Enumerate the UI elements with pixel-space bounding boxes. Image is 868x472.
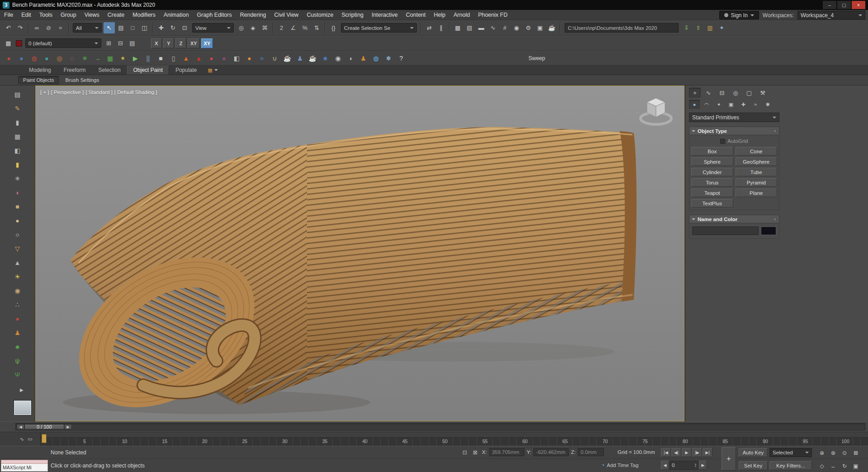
geosphere-button[interactable]: GeoSphere	[736, 157, 778, 166]
toggle-scene-explorer-icon[interactable]: ▩	[452, 22, 463, 33]
scene-explorer-toggle-icon[interactable]: ▩	[3, 38, 14, 49]
lights-category[interactable]: ✦	[713, 100, 724, 109]
zoom-icon[interactable]: ⊕	[816, 448, 827, 458]
maximize-button[interactable]: ▢	[837, 1, 851, 9]
cone-icon[interactable]: ▲	[12, 255, 24, 269]
menu-create[interactable]: Create	[104, 10, 129, 20]
teapot-button[interactable]: Teapot	[691, 189, 733, 197]
add-time-tag-button[interactable]: ◔ Add Time Tag	[601, 462, 638, 468]
scene-security-icon[interactable]: ✦	[716, 22, 727, 33]
create-new-layer-icon[interactable]: ⊞	[103, 38, 114, 49]
snowflake-icon[interactable]: ❄	[382, 52, 395, 64]
liquid-red-icon[interactable]: ●	[205, 52, 217, 64]
grid-icon[interactable]: ▦	[12, 129, 24, 143]
viewport-style-menu[interactable]: [ Standard ]	[85, 90, 112, 95]
character-orange-icon[interactable]: ♟	[357, 52, 369, 64]
select-and-manipulate-icon[interactable]: ◈	[247, 22, 259, 33]
arrow-green-icon[interactable]: →	[91, 52, 104, 64]
sweep-button[interactable]: Sweep	[525, 55, 549, 61]
sphere-red-icon[interactable]: ●	[3, 52, 15, 64]
active-swatch-button[interactable]	[14, 400, 32, 415]
menu-modifiers[interactable]: Modifiers	[128, 10, 160, 20]
toggle-layer-explorer-icon[interactable]: ▤	[464, 22, 475, 33]
select-and-move-icon[interactable]: ✚	[156, 22, 167, 33]
expand-panel-arrow[interactable]: ▶	[20, 387, 24, 392]
speaker-icon[interactable]: ◖	[344, 52, 357, 64]
track-bar[interactable]: ∿▭ 5101520253035404550556065707580859095…	[0, 432, 868, 446]
cup-icon[interactable]: ∪	[269, 52, 281, 64]
box-blue-icon[interactable]: ■	[319, 52, 331, 64]
sun-icon[interactable]: ☀	[12, 269, 24, 283]
sphere-icon[interactable]: ●	[12, 213, 24, 227]
snaps-toggle-icon[interactable]: 2	[276, 22, 287, 33]
orbit-icon[interactable]: ↻	[839, 461, 850, 471]
motion-tab[interactable]: ◎	[730, 88, 741, 98]
systems-category[interactable]: ✱	[762, 100, 773, 109]
space-warps-category[interactable]: ≈	[750, 100, 761, 109]
previous-key-button[interactable]: ◀|	[671, 448, 681, 457]
next-frame-arrow[interactable]: ▶	[64, 424, 72, 430]
keyboard-shortcut-override-icon[interactable]: ⌘	[259, 22, 270, 33]
flame-red-icon[interactable]: ▲	[193, 52, 205, 64]
scene-doc-icon[interactable]: ▤	[12, 87, 24, 101]
menu-tools[interactable]: Tools	[35, 10, 57, 20]
close-button[interactable]: ×	[852, 1, 865, 9]
redo-icon[interactable]: ↷	[14, 22, 26, 33]
spinner-down-icon[interactable]: ▾	[695, 465, 696, 467]
character-blue-icon[interactable]: ♟	[294, 52, 306, 64]
tab-freeform[interactable]: Freeform	[57, 66, 92, 75]
listener-line[interactable]: MAXScript Mi	[1, 464, 48, 472]
circle-icon[interactable]: ○	[12, 227, 24, 241]
render-setup-icon[interactable]: ⚙	[523, 22, 534, 33]
viewport-general-menu[interactable]: [ + ]	[40, 90, 49, 95]
align-icon[interactable]: ∥	[435, 22, 447, 33]
y-coordinate-field[interactable]: -620.462mm	[533, 448, 569, 456]
angle-snap-toggle-icon[interactable]: ∠	[288, 22, 299, 33]
autogrid-checkbox[interactable]	[720, 139, 725, 144]
edit-named-selection-sets-icon[interactable]: {}	[328, 22, 339, 33]
select-by-name-icon[interactable]: ▤	[115, 22, 127, 33]
utilities-tab[interactable]: ⚒	[757, 88, 769, 98]
next-frame-button[interactable]: ▶	[699, 461, 707, 470]
mini-curve-editor-icon[interactable]: ∿	[20, 436, 24, 442]
leaf-icon[interactable]: ♣	[12, 340, 24, 354]
plant-icon[interactable]: Ψ	[12, 368, 24, 382]
bind-to-space-warp-icon[interactable]: ≈	[55, 22, 66, 33]
minimize-button[interactable]: –	[823, 1, 836, 9]
teapot-dark-icon[interactable]: ☕	[307, 52, 319, 64]
tab-object-paint[interactable]: Object Paint	[127, 66, 169, 75]
restrict-plane-flyout-button[interactable]: XY	[201, 38, 213, 48]
set-key-button[interactable]: Set Key	[739, 461, 768, 470]
cone-button[interactable]: Cone	[736, 147, 778, 156]
auto-key-button[interactable]: Auto Key	[739, 448, 768, 457]
clapper-icon[interactable]: ◧	[231, 52, 243, 64]
maxscript-mini-listener[interactable]: MAXScript Mi	[1, 460, 48, 472]
select-object-icon[interactable]: ↖	[104, 22, 115, 33]
macro-recorder-line[interactable]	[1, 460, 48, 464]
figure-icon[interactable]: ♟	[12, 326, 24, 340]
palette-icon[interactable]: ◗	[12, 185, 24, 199]
object-color-swatch[interactable]	[761, 227, 776, 235]
geometry-category[interactable]: ●	[689, 100, 700, 109]
toggle-ribbon-icon[interactable]: ▬	[476, 22, 487, 33]
perspective-viewport[interactable]: [ + ][ Perspective ][ Standard ][ Defaul…	[35, 85, 684, 421]
add-selection-to-layer-icon[interactable]: ⊟	[115, 38, 126, 49]
particles-icon[interactable]: ∴	[12, 297, 24, 312]
restrict-y-button[interactable]: Y	[163, 38, 174, 48]
key-mode-dropdown[interactable]: Selected	[769, 448, 812, 457]
globe-icon[interactable]: ◍	[370, 52, 382, 64]
menu-rendering[interactable]: Rendering	[236, 10, 270, 20]
cylinder-button[interactable]: Cylinder	[691, 168, 733, 176]
time-slider-thumb[interactable]: 0 / 100	[24, 424, 64, 430]
current-frame-marker[interactable]	[42, 434, 47, 443]
boxes-icon[interactable]: ◧	[12, 143, 24, 157]
help-icon[interactable]: ?	[395, 52, 407, 64]
menu-graph-editors[interactable]: Graph Editors	[193, 10, 236, 20]
menu-interactive[interactable]: Interactive	[368, 10, 402, 20]
schematic-view-icon[interactable]: #	[499, 22, 510, 33]
z-coordinate-field[interactable]: 0.0mm	[578, 448, 604, 456]
frame-spinner[interactable]: ▴ ▾	[695, 463, 696, 467]
next-key-button[interactable]: |▶	[692, 448, 702, 457]
render-production-icon[interactable]: ☕	[546, 22, 557, 33]
ocean-icon[interactable]: ≈	[256, 52, 268, 64]
